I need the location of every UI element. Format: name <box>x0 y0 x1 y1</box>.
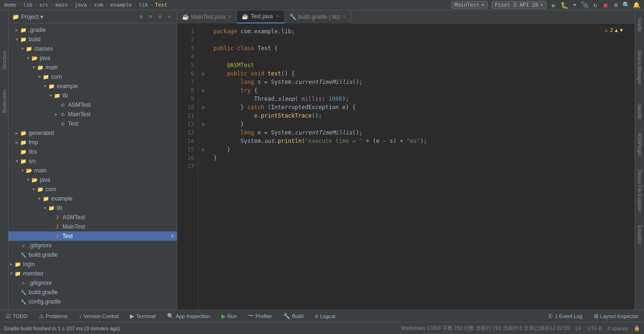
status-encoding[interactable]: UTF-8 <box>587 326 602 331</box>
status-indent[interactable]: 4 spaces <box>607 326 628 331</box>
tab-buildgradle[interactable]: 🔧 build.gradle (:lib) ✕ <box>285 10 352 23</box>
terminal-button[interactable]: ▶ Terminal <box>128 312 158 320</box>
logcat-button[interactable]: ≡ Logcat <box>313 312 337 320</box>
app-inspection-button[interactable]: 🔍 App Inspection <box>165 312 212 320</box>
tree-item-test-build[interactable]: ▶ © Test <box>8 119 177 128</box>
tree-item-generated[interactable]: ▶ 📁 generated <box>8 128 177 138</box>
version-control-button[interactable]: ↕ Version Control <box>77 312 121 320</box>
right-label-device-file-explorer[interactable]: Device File Explorer <box>636 167 643 214</box>
build-button[interactable]: 🔧 Build <box>281 312 305 320</box>
tree-item-src[interactable]: ▼ 📁 src <box>8 156 177 166</box>
tab-close-test[interactable]: ✕ <box>276 14 280 19</box>
project-dropdown[interactable]: ▾ <box>40 14 43 20</box>
profiler-button[interactable]: 〜 Profiler <box>246 311 274 321</box>
tree-arrow: ▼ <box>31 187 37 192</box>
run-button[interactable]: ▶ <box>550 1 558 9</box>
tree-item-lib-src[interactable]: ▼ 📁 lib <box>8 203 177 213</box>
status-format[interactable]: LF <box>576 326 582 331</box>
bc-com[interactable]: com <box>94 2 103 8</box>
debug-button[interactable]: 🐛 <box>561 1 568 9</box>
tree-item-config-gradle[interactable]: ▶ 🔧 config.gradle <box>8 297 177 306</box>
bc-java[interactable]: java <box>75 2 87 8</box>
gutter-8[interactable]: ⊖ <box>198 86 208 95</box>
tree-item-test-src[interactable]: ▶ J Test 🖱 <box>8 231 177 241</box>
tree-item-example-build[interactable]: ▼ 📁 example <box>8 82 177 91</box>
settings-button[interactable]: ⚙ <box>612 1 620 9</box>
sidebar-bookmarks[interactable]: Bookmarks <box>0 87 8 116</box>
tab-close-buildgradle[interactable]: ✕ <box>342 14 346 19</box>
tree-item-example-src[interactable]: ▼ 📁 example <box>8 194 177 203</box>
right-label-gradle[interactable]: Gradle <box>636 15 643 35</box>
gutter-15[interactable]: ⊖ <box>198 145 208 154</box>
run-config-selector[interactable]: MainTest ▾ <box>451 1 488 9</box>
device-selector[interactable]: Pixel 2 API 28 ▾ <box>492 1 546 9</box>
tree-item-build[interactable]: ▼ 📁 build <box>8 35 177 44</box>
tree-item-gitignore[interactable]: ▶ ⚙ .gitignore <box>8 241 177 250</box>
tab-label: build.gradle (:lib) <box>298 14 340 20</box>
tree-item-main-build[interactable]: ▼ 📁 main <box>8 63 177 72</box>
right-label-device-manager[interactable]: Device Manager <box>636 48 643 88</box>
tree-item-login[interactable]: ▶ 📁 login <box>8 260 177 269</box>
todo-button[interactable]: ☑ TODO <box>4 312 30 320</box>
tree-item-asmtest-build[interactable]: ▶ © ASMTest <box>8 100 177 110</box>
tree-arrow: ▼ <box>42 206 48 210</box>
tree-item-main-src[interactable]: ▼ 📂 main <box>8 166 177 175</box>
run-button-bottom[interactable]: ▶ Run <box>220 312 239 320</box>
tree-item-build-gradle[interactable]: ▶ 🔧 build.gradle <box>8 250 177 260</box>
tree-item-java-build[interactable]: ▼ 📂 java <box>8 53 177 63</box>
tree-item-tmp[interactable]: ▶ 📁 tmp <box>8 138 177 147</box>
event-log-button[interactable]: ① 1 Event Log <box>546 312 584 320</box>
gutter-13 <box>198 128 208 137</box>
notification-icon[interactable]: 🔔 <box>633 1 640 9</box>
tree-arrow: ▼ <box>25 56 31 60</box>
search-button[interactable]: 🔍 <box>622 1 630 9</box>
line-numbers: 1 2 3 4 5 6 7 8 9 10 11 12 13 14 15 16 1… <box>177 23 198 310</box>
warning-chevron-down[interactable]: ▼ <box>620 27 623 33</box>
coverage-button[interactable]: ☂ <box>571 1 578 9</box>
stop-button[interactable]: ■ <box>602 1 609 9</box>
tree-item-classes[interactable]: ▼ 📁 classes <box>8 44 177 53</box>
tree-item-com-src[interactable]: ▼ 📁 com <box>8 185 177 194</box>
gutter-6[interactable]: ⊖ <box>198 69 208 78</box>
sync-project-btn[interactable]: ⊞ <box>137 13 145 21</box>
bc-example[interactable]: example <box>110 2 132 8</box>
tree-label: example <box>57 83 175 89</box>
line-num-7: 7 <box>177 78 194 86</box>
tree-item-lib-build[interactable]: ▼ 📁 lib <box>8 91 177 100</box>
problems-button[interactable]: ⚠ Problems <box>37 312 69 320</box>
tree-item-build-gradle2[interactable]: ▶ 🔧 build.gradle <box>8 288 177 297</box>
right-label-classlib[interactable]: classlib <box>636 101 643 122</box>
sidebar-structure[interactable]: Structure <box>0 48 8 73</box>
close-panel-btn[interactable]: ✕ <box>166 13 173 21</box>
bc-src[interactable]: src <box>39 2 49 8</box>
tree-item-gradle[interactable]: ▶ 📁 .gradle <box>8 25 177 35</box>
code-content[interactable]: package com.example.lib; public class Te… <box>208 23 635 310</box>
bc-lib[interactable]: lib <box>23 2 32 8</box>
attach-button[interactable]: 📎 <box>581 1 589 9</box>
tree-item-member[interactable]: ▼ 📁 member <box>8 269 177 278</box>
warning-chevron-up[interactable]: ▲ <box>615 27 618 33</box>
tab-close-maintest[interactable]: ✕ <box>228 14 232 19</box>
tree-item-libs[interactable]: ▶ 📁 libs <box>8 147 177 156</box>
sync-button[interactable]: ↻ <box>591 1 599 9</box>
warning-indicator[interactable]: ⚠ 2 ▲ ▼ <box>605 27 623 33</box>
bc-lib2[interactable]: lib <box>139 2 148 8</box>
bc-demo[interactable]: demo <box>4 2 16 8</box>
layout-inspector-button[interactable]: ⊞ Layout Inspector <box>592 312 640 320</box>
panel-settings-btn[interactable]: ⚙ <box>156 13 164 21</box>
tab-test[interactable]: ☕ Test.java ✕ <box>237 10 284 23</box>
tree-item-maintest-src[interactable]: ▶ J MainTest <box>8 222 177 231</box>
tree-item-com-build[interactable]: ▼ 📁 com <box>8 72 177 82</box>
tree-item-gitignore2[interactable]: ▶ ⚙ .gitignore <box>8 278 177 288</box>
tree-item-maintest-build[interactable]: ▶ © MainTest <box>8 110 177 119</box>
right-label-asnplugin[interactable]: ASNPlugin <box>636 130 643 158</box>
tree-item-asmtest-src[interactable]: ▶ J ASMTest <box>8 213 177 222</box>
bc-main[interactable]: main <box>55 2 68 8</box>
right-label-emulator[interactable]: Emulator <box>636 223 643 247</box>
gutter-10[interactable]: ⊖ <box>198 103 208 111</box>
gutter-12[interactable]: ⊖ <box>198 120 208 128</box>
collapse-all-btn[interactable]: ≡ <box>147 13 154 21</box>
tree-item-java-src[interactable]: ▼ 📂 java <box>8 175 177 185</box>
logcat-label: Logcat <box>320 313 335 319</box>
tab-maintest[interactable]: ☕ MainTest.java ✕ <box>177 10 237 23</box>
